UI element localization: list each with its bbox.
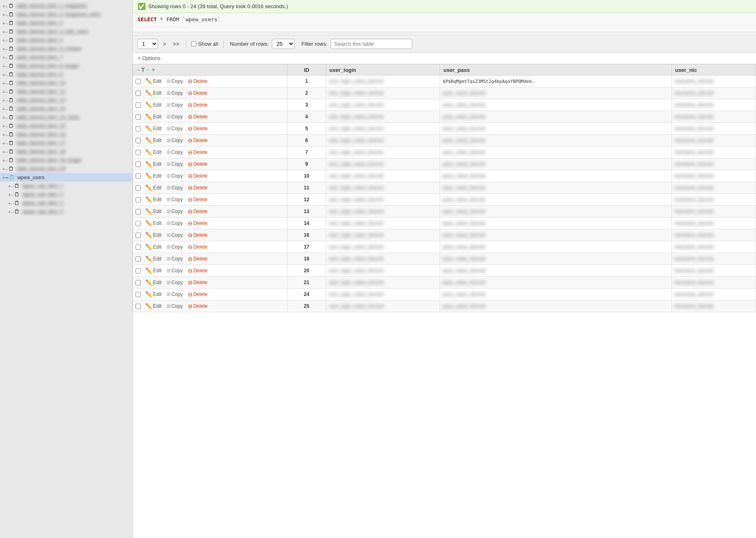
sidebar-item-sub-3[interactable]: + – 🗒 wpew_sub_item_3 — [0, 199, 132, 207]
copy-button[interactable]: ⊞ Copy — [165, 149, 185, 156]
row-checkbox[interactable] — [136, 102, 141, 108]
row-checkbox[interactable] — [136, 173, 141, 179]
sidebar-item-6[interactable]: + – 🗒 table_blurred_item_6_content — [0, 44, 132, 53]
delete-button[interactable]: ⊖ Delete — [186, 172, 210, 180]
sidebar-item-3[interactable]: + – 🗒 table_blurred_item_3 — [0, 19, 132, 27]
show-all-checkbox[interactable] — [191, 41, 196, 47]
row-checkbox[interactable] — [136, 197, 141, 202]
delete-button[interactable]: ⊖ Delete — [186, 124, 210, 133]
copy-button[interactable]: ⊞ Copy — [165, 302, 185, 310]
edit-button[interactable]: ✏️ Edit — [143, 101, 164, 109]
row-checkbox[interactable] — [136, 221, 141, 226]
edit-button[interactable]: ✏️ Edit — [143, 278, 164, 287]
edit-button[interactable]: ✏️ Edit — [143, 77, 164, 85]
copy-button[interactable]: ⊞ Copy — [165, 160, 185, 168]
delete-button[interactable]: ⊖ Delete — [186, 184, 210, 192]
nav-next-button[interactable]: > — [161, 40, 168, 48]
copy-button[interactable]: ⊞ Copy — [165, 255, 185, 262]
filter-input[interactable] — [331, 39, 412, 49]
edit-button[interactable]: ✏️ Edit — [143, 290, 164, 298]
col-header-actions[interactable]: ← T → ▼ — [133, 64, 287, 76]
sidebar-item-9[interactable]: + – 🗒 table_blurred_item_9 — [0, 70, 132, 79]
sidebar-item-19[interactable]: + – 🗒 table_blurred_item_19_longer — [0, 156, 132, 165]
sidebar-item-wpew-users[interactable]: + – 🗒 wpew_users — [0, 173, 132, 182]
delete-button[interactable]: ⊖ Delete — [186, 113, 210, 121]
copy-button[interactable]: ⊞ Copy — [165, 196, 185, 203]
sidebar-item-12[interactable]: + – 🗒 table_blurred_item_12 — [0, 96, 132, 104]
copy-button[interactable]: ⊞ Copy — [165, 184, 185, 191]
delete-button[interactable]: ⊖ Delete — [186, 136, 210, 145]
delete-button[interactable]: ⊖ Delete — [186, 101, 210, 109]
rows-select[interactable]: 25 50 100 250 500 — [272, 39, 295, 49]
col-header-id[interactable]: ID — [287, 64, 326, 76]
sidebar-item-sub-4[interactable]: + – 🗒 wpew_sub_item_4 — [0, 207, 132, 216]
sidebar-item-sub-1[interactable]: + – 🗒 wpew_sub_item_1 — [0, 182, 132, 190]
edit-button[interactable]: ✏️ Edit — [143, 172, 164, 180]
edit-button[interactable]: ✏️ Edit — [143, 196, 164, 204]
edit-button[interactable]: ✏️ Edit — [143, 219, 164, 227]
row-checkbox[interactable] — [136, 185, 141, 191]
copy-button[interactable]: ⊞ Copy — [165, 89, 185, 97]
copy-button[interactable]: ⊞ Copy — [165, 78, 185, 85]
edit-button[interactable]: ✏️ Edit — [143, 267, 164, 275]
sidebar-item-20[interactable]: + – 🗒 table_blurred_item_20 — [0, 165, 132, 173]
row-checkbox[interactable] — [136, 233, 141, 238]
edit-button[interactable]: ✏️ Edit — [143, 231, 164, 239]
copy-button[interactable]: ⊞ Copy — [165, 137, 185, 144]
edit-button[interactable]: ✏️ Edit — [143, 207, 164, 216]
delete-button[interactable]: ⊖ Delete — [186, 255, 210, 263]
col-header-login[interactable]: user_login — [326, 64, 440, 76]
delete-button[interactable]: ⊖ Delete — [186, 148, 210, 156]
edit-button[interactable]: ✏️ Edit — [143, 124, 164, 133]
edit-button[interactable]: ✏️ Edit — [143, 302, 164, 310]
row-checkbox[interactable] — [136, 280, 141, 285]
sidebar-item-1[interactable]: + – 🗒 table_blurred_item_1_longname — [0, 2, 132, 10]
options-link[interactable]: + Options — [138, 55, 160, 61]
delete-button[interactable]: ⊖ Delete — [186, 290, 210, 298]
sidebar-item-8[interactable]: + – 🗒 table_blurred_item_8_longer — [0, 62, 132, 70]
sidebar-item-5[interactable]: + – 🗒 table_blurred_item_5 — [0, 36, 132, 44]
copy-button[interactable]: ⊞ Copy — [165, 220, 185, 227]
sidebar-item-7[interactable]: + – 🗒 table_blurred_item_7 — [0, 53, 132, 62]
row-checkbox[interactable] — [136, 138, 141, 143]
sidebar-item-16[interactable]: + – 🗒 table_blurred_item_16 — [0, 130, 132, 139]
delete-button[interactable]: ⊖ Delete — [186, 77, 210, 85]
row-checkbox[interactable] — [136, 245, 141, 250]
copy-button[interactable]: ⊞ Copy — [165, 101, 185, 109]
row-checkbox[interactable] — [136, 162, 141, 167]
delete-button[interactable]: ⊖ Delete — [186, 219, 210, 227]
delete-button[interactable]: ⊖ Delete — [186, 231, 210, 239]
edit-button[interactable]: ✏️ Edit — [143, 255, 164, 263]
delete-button[interactable]: ⊖ Delete — [186, 302, 210, 310]
row-checkbox[interactable] — [136, 114, 141, 120]
show-all-label[interactable]: Show all — [191, 41, 218, 47]
edit-button[interactable]: ✏️ Edit — [143, 160, 164, 168]
edit-button[interactable]: ✏️ Edit — [143, 184, 164, 192]
delete-button[interactable]: ⊖ Delete — [186, 278, 210, 287]
row-checkbox[interactable] — [136, 126, 141, 131]
row-checkbox[interactable] — [136, 79, 141, 84]
copy-button[interactable]: ⊞ Copy — [165, 291, 185, 298]
sidebar-item-4[interactable]: + – 🗒 table_blurred_item_4_with_more — [0, 27, 132, 36]
delete-button[interactable]: ⊖ Delete — [186, 196, 210, 204]
delete-button[interactable]: ⊖ Delete — [186, 267, 210, 275]
row-checkbox[interactable] — [136, 150, 141, 155]
copy-button[interactable]: ⊞ Copy — [165, 208, 185, 215]
delete-button[interactable]: ⊖ Delete — [186, 89, 210, 97]
sidebar-item-13[interactable]: + – 🗒 table_blurred_item_13 — [0, 104, 132, 113]
sidebar-item-2[interactable]: + – 🗒 table_blurred_item_2_longname_extr… — [0, 10, 132, 19]
row-checkbox[interactable] — [136, 268, 141, 273]
col-header-pass[interactable]: user_pass — [440, 64, 672, 76]
edit-button[interactable]: ✏️ Edit — [143, 136, 164, 145]
sidebar-item-11[interactable]: + – 🗒 table_blurred_item_11 — [0, 87, 132, 96]
row-checkbox[interactable] — [136, 91, 141, 96]
edit-button[interactable]: ✏️ Edit — [143, 148, 164, 156]
copy-button[interactable]: ⊞ Copy — [165, 125, 185, 132]
delete-button[interactable]: ⊖ Delete — [186, 160, 210, 168]
copy-button[interactable]: ⊞ Copy — [165, 172, 185, 180]
nav-last-button[interactable]: >> — [171, 40, 181, 48]
sidebar-item-sub-2[interactable]: + – 🗒 wpew_sub_item_2 — [0, 190, 132, 199]
delete-button[interactable]: ⊖ Delete — [186, 207, 210, 216]
col-header-nic[interactable]: user_nic — [672, 64, 756, 76]
sidebar-item-18[interactable]: + – 🗒 table_blurred_item_18 — [0, 147, 132, 156]
